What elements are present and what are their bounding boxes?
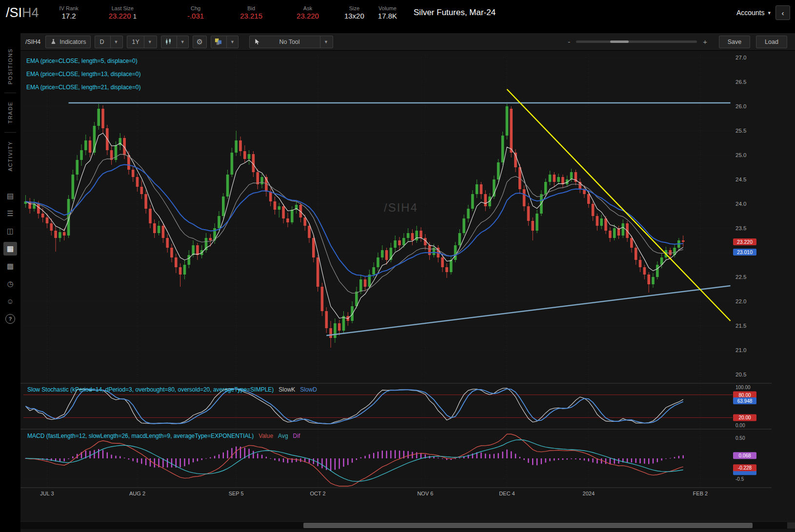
indicators-button[interactable]: Indicators [45, 36, 91, 48]
price-tick: 24.0 [735, 201, 746, 207]
history-clock-icon[interactable]: ◷ [3, 277, 17, 291]
accounts-menu[interactable]: Accounts ▾ [736, 9, 771, 17]
candle [458, 233, 461, 245]
candle [527, 206, 530, 221]
candle [162, 226, 165, 238]
candle [476, 184, 478, 194]
stat-volume: Volume17.8K [378, 5, 397, 20]
community-icon[interactable]: ☺ [3, 295, 17, 308]
collapse-panel-button[interactable]: ‹ [775, 5, 790, 20]
sidebar-tab-positions[interactable]: POSITIONS [7, 40, 13, 93]
load-button[interactable]: Load [756, 36, 787, 48]
time-axis-label: NOV 6 [417, 491, 433, 496]
indicators-label: Indicators [60, 39, 86, 45]
instrument-description: Silver Futures, Mar-24 [414, 8, 496, 18]
axis-badge-value: 20.00 [738, 415, 751, 420]
scrollbar-end-button[interactable] [787, 522, 795, 529]
chart-grid-dropdown[interactable]: ▼ [211, 36, 238, 48]
ema-study-label: EMA (price=CLOSE, length=21, displace=0) [26, 81, 140, 94]
candle [411, 233, 414, 240]
sidebar-tab-activity[interactable]: ACTIVITY [7, 133, 13, 179]
candle [274, 201, 277, 210]
candle [419, 231, 422, 238]
chart-settings-button[interactable]: ⚙ [193, 36, 207, 48]
zoom-slider-thumb[interactable] [610, 40, 629, 43]
zoom-out-button[interactable]: - [568, 38, 570, 46]
charts-icon[interactable]: ▦ [3, 242, 17, 256]
candle [218, 216, 220, 228]
scrollbar-thumb[interactable] [303, 523, 753, 528]
candle [484, 194, 487, 206]
save-button[interactable]: Save [719, 36, 750, 48]
period-dropdown[interactable]: D ▼ [95, 36, 123, 48]
candle [622, 223, 625, 236]
zoom-slider[interactable] [576, 40, 697, 43]
candle [149, 209, 152, 223]
stat-last-size: Last Size23.220 1 [109, 5, 137, 21]
candle [188, 255, 191, 265]
time-axis-label: 2024 [583, 491, 595, 496]
candle [260, 177, 263, 184]
candlestick-style-icon [165, 38, 172, 45]
candle [497, 162, 500, 179]
stochastic-title: Slow Stochastic (kPeriod=14, dPeriod=3, … [27, 386, 317, 393]
candle [37, 204, 40, 214]
candle [303, 217, 306, 226]
candle [317, 257, 319, 287]
axis-badge-value: 23.010 [737, 249, 753, 255]
candle [510, 109, 513, 153]
candle [647, 275, 650, 284]
chart-toolbar: /SIH4 Indicators D ▼ 1Y ▼ ▼ [20, 33, 795, 51]
chart-symbol-label: /SIH4 [25, 39, 40, 45]
candle [604, 218, 607, 231]
candle [269, 192, 272, 201]
candle [428, 245, 431, 255]
candle [613, 228, 616, 238]
candle [101, 109, 104, 128]
candle [136, 177, 139, 187]
support-line[interactable] [326, 286, 730, 335]
candle [462, 218, 465, 233]
quotes-monitor-icon[interactable]: ▤ [3, 189, 17, 203]
candle [596, 216, 599, 226]
candle [549, 175, 552, 182]
range-dropdown[interactable]: 1Y ▼ [127, 36, 157, 48]
chevron-down-icon: ▼ [177, 36, 185, 48]
horizontal-scrollbar[interactable] [20, 521, 795, 529]
chevron-down-icon: ▼ [144, 36, 152, 48]
chart-area: EMA (price=CLOSE, length=5, displace=0)E… [20, 51, 795, 500]
stoch-axis-bottom: 0.00 [735, 423, 745, 428]
candle [402, 238, 405, 245]
price-tick: 23.5 [735, 225, 746, 231]
header: /SIH4 IV Rank17.2Last Size23.220 1Chg-.0… [0, 0, 795, 25]
drawing-tool-dropdown[interactable]: No Tool ▼ [249, 36, 333, 48]
axis-badge-value: 80.00 [738, 393, 751, 398]
candle [652, 277, 655, 284]
candle [364, 279, 367, 287]
candle [544, 182, 547, 194]
scanner-icon[interactable]: ◫ [3, 224, 17, 238]
sidebar-tab-trade[interactable]: TRADE [7, 93, 13, 132]
candle [80, 150, 83, 160]
zoom-control: - + [568, 38, 707, 46]
chart-style-dropdown[interactable]: ▼ [161, 36, 189, 48]
symbol-title: /SIH4 [6, 5, 39, 20]
candle [506, 106, 509, 136]
candle [635, 248, 637, 260]
watchlist-icon[interactable]: ☰ [3, 207, 17, 220]
flexgrid-icon[interactable]: ▩ [3, 259, 17, 273]
app-root: /SIH4 IV Rank17.2Last Size23.220 1Chg-.0… [0, 0, 795, 532]
candle [175, 257, 178, 267]
zoom-in-button[interactable]: + [703, 38, 707, 46]
candle [669, 250, 672, 255]
left-sidebar: POSITIONSTRADEACTIVITY ▤☰◫▦▩◷☺? [0, 25, 20, 532]
candle [553, 175, 556, 182]
sidebar-icons: ▤☰◫▦▩◷☺? [0, 187, 20, 328]
help-icon[interactable]: ? [5, 314, 15, 324]
candle [308, 226, 311, 238]
candle [179, 267, 182, 275]
cursor-icon [254, 38, 260, 45]
candle [282, 206, 285, 218]
stat-iv-rank: IV Rank17.2 [60, 5, 79, 20]
legend-slowd: SlowD [300, 386, 317, 393]
